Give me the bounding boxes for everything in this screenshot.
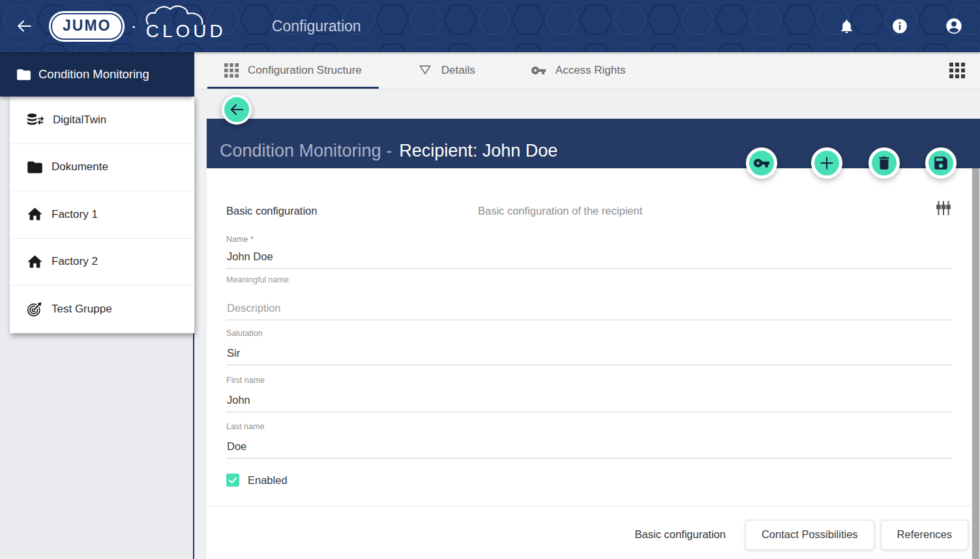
enabled-checkbox[interactable] bbox=[226, 474, 239, 487]
navigation-tree-sidebar: Condition Monitoring DigitalTwin Dok bbox=[0, 52, 194, 559]
form-footer: Basic configuration Contact Possibilitie… bbox=[207, 506, 972, 559]
page-title: Configuration bbox=[272, 18, 361, 35]
tab-label: Configuration Structure bbox=[248, 64, 362, 77]
trash-icon bbox=[876, 155, 893, 172]
access-rights-fab-button[interactable] bbox=[746, 147, 777, 179]
section-title: Basic configuration bbox=[226, 205, 317, 217]
current-section-label: Basic configuration bbox=[635, 528, 726, 541]
back-arrow-icon[interactable] bbox=[16, 18, 33, 35]
sidebar-item-dokumente[interactable]: Dokumente bbox=[10, 144, 194, 192]
check-icon bbox=[227, 474, 239, 486]
jumo-cloud-logo: JUMO · CLOUD bbox=[51, 10, 226, 42]
sidebar-item-factory-1[interactable]: Factory 1 bbox=[10, 191, 194, 239]
sidebar-item-factory-2[interactable]: Factory 2 bbox=[10, 239, 194, 286]
name-label: Name * bbox=[226, 235, 254, 244]
brand-separator: · bbox=[130, 17, 136, 35]
enabled-label: Enabled bbox=[248, 474, 288, 487]
sidebar-item-condition-monitoring[interactable]: Condition Monitoring bbox=[0, 52, 193, 97]
folder-icon bbox=[26, 159, 44, 176]
detail-title: Recipient: John Doe bbox=[399, 141, 557, 161]
references-button[interactable]: References bbox=[881, 520, 968, 550]
first-name-label: First name bbox=[226, 376, 265, 385]
salutation-input[interactable] bbox=[226, 346, 952, 365]
tune-sliders-icon[interactable] bbox=[935, 200, 952, 217]
funnel-icon bbox=[418, 63, 432, 78]
grid-icon bbox=[224, 63, 239, 78]
detail-header: Condition Monitoring - Recipient: John D… bbox=[207, 119, 980, 168]
plus-icon bbox=[818, 154, 836, 172]
sidebar-header-label: Condition Monitoring bbox=[38, 67, 149, 82]
cloud-icon bbox=[143, 5, 209, 25]
tab-label: Details bbox=[441, 64, 475, 77]
sidebar-list: DigitalTwin Dokumente Factory 1 bbox=[10, 97, 194, 333]
recipient-form-card: Basic configuration Basic configuration … bbox=[207, 168, 972, 559]
save-fab-button[interactable] bbox=[925, 147, 957, 179]
save-icon bbox=[932, 155, 949, 172]
sidebar-item-label: Test Gruppe bbox=[52, 303, 112, 316]
back-fab-button[interactable] bbox=[222, 95, 252, 125]
digital-twin-icon bbox=[26, 112, 45, 128]
description-input[interactable] bbox=[226, 301, 952, 320]
breadcrumb: Condition Monitoring - bbox=[220, 141, 392, 161]
delete-fab-button[interactable] bbox=[869, 147, 900, 179]
tab-bar: Configuration Structure Details Access R… bbox=[196, 52, 980, 89]
last-name-input[interactable] bbox=[226, 439, 952, 459]
name-hint: Meaningful name bbox=[226, 275, 289, 284]
cloud-wordmark: CLOUD bbox=[146, 10, 226, 42]
last-name-label: Last name bbox=[226, 422, 264, 431]
arrow-left-icon bbox=[228, 101, 245, 118]
first-name-input[interactable] bbox=[226, 393, 952, 412]
key-icon bbox=[531, 63, 546, 78]
tab-configuration-structure[interactable]: Configuration Structure bbox=[207, 52, 379, 89]
add-fab-button[interactable] bbox=[811, 147, 842, 179]
contact-possibilities-button[interactable]: Contact Possibilities bbox=[745, 520, 874, 550]
home-icon bbox=[26, 253, 44, 271]
tab-label: Access Rights bbox=[556, 64, 626, 77]
sidebar-item-label: Dokumente bbox=[52, 160, 108, 174]
section-subtitle: Basic configuration of the recipient bbox=[478, 205, 642, 217]
target-icon bbox=[26, 300, 44, 318]
home-icon bbox=[26, 205, 44, 223]
vertical-scrollbar bbox=[972, 168, 980, 559]
info-icon[interactable] bbox=[891, 18, 908, 35]
bell-icon[interactable] bbox=[839, 18, 855, 35]
sidebar-item-label: DigitalTwin bbox=[53, 113, 106, 127]
salutation-label: Salutation bbox=[226, 329, 263, 338]
scrollbar-thumb[interactable] bbox=[972, 168, 979, 559]
apps-grid-icon[interactable] bbox=[949, 63, 965, 78]
enabled-checkbox-row: Enabled bbox=[226, 474, 288, 487]
folder-icon bbox=[16, 67, 32, 83]
account-icon[interactable] bbox=[945, 17, 963, 35]
top-app-bar: JUMO · CLOUD Configuration bbox=[0, 0, 980, 52]
main-content: Configuration Structure Details Access R… bbox=[196, 52, 980, 559]
sidebar-item-label: Factory 2 bbox=[52, 255, 98, 268]
tab-details[interactable]: Details bbox=[401, 52, 492, 89]
key-icon bbox=[753, 155, 770, 172]
sidebar-item-test-gruppe[interactable]: Test Gruppe bbox=[10, 286, 194, 333]
tab-access-rights[interactable]: Access Rights bbox=[514, 52, 643, 89]
sidebar-item-label: Factory 1 bbox=[52, 208, 98, 221]
name-input[interactable] bbox=[226, 249, 952, 269]
jumo-logo: JUMO bbox=[51, 13, 123, 40]
sidebar-item-digitaltwin[interactable]: DigitalTwin bbox=[10, 97, 194, 144]
